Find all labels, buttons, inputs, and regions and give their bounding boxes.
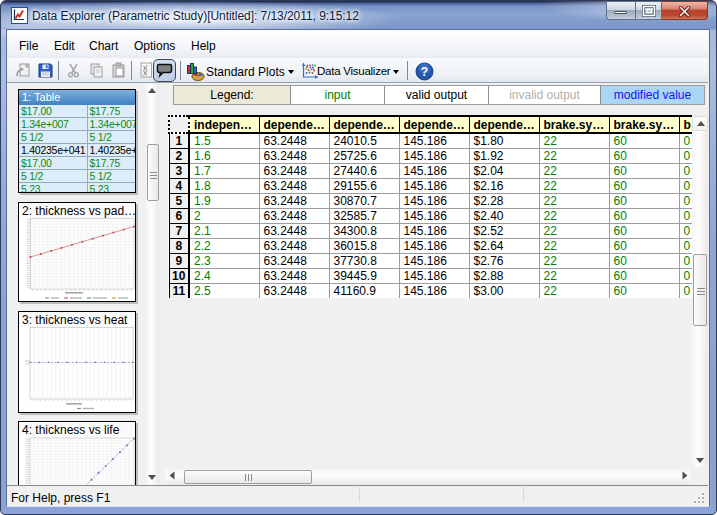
svg-text:?: ? <box>421 65 428 79</box>
